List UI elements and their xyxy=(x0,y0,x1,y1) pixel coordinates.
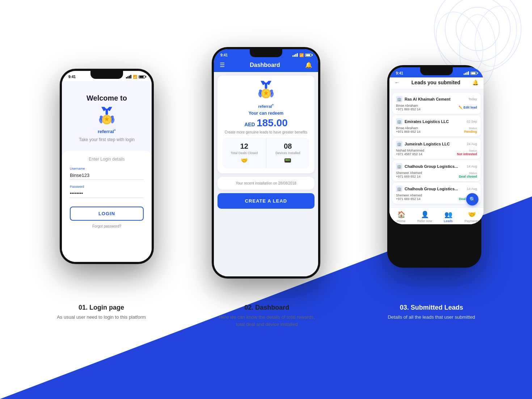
leads-list: 🏢 Ras Al Khaimah Cement Today Binse Abra… xyxy=(389,89,484,207)
leads-screen: ← Leads you submited 🔔 🏢 Ras Al Khaimah … xyxy=(389,77,484,224)
password-label: Password xyxy=(70,185,144,188)
leads-nav-home[interactable]: 🏠 Home xyxy=(389,211,413,223)
main-container: 9:41 📶 Welcome to xyxy=(0,0,532,399)
lead-status-1[interactable]: ✏️ Edit lead xyxy=(459,106,477,109)
dashboard-screen-inner: 9:41 📶 ☰ Dashboard xyxy=(214,49,318,276)
lead-company-1: 🏢 Ras Al Khaimah Cement xyxy=(396,96,451,102)
company-name-1: Ras Al Khaimah Cement xyxy=(405,97,451,101)
reward-card: referral+ Your can redeem AED 185.00 Cre… xyxy=(218,76,314,173)
lead-row2-1: Binse Abraham +971 869 652 14 ✏️ Edit le… xyxy=(396,104,477,111)
lead-date-3: 24 Aug xyxy=(467,142,477,146)
status-icons-left: 📶 xyxy=(126,75,145,79)
wifi-icon-center: 📶 xyxy=(299,53,304,57)
notch-center xyxy=(250,49,282,57)
lead-date-5: 14 Aug xyxy=(467,187,477,191)
redeem-amount: 185.00 xyxy=(257,117,288,128)
leads-nav-payments[interactable]: 🤝 Payments xyxy=(460,211,484,223)
leads-nav-payments-label: Payments xyxy=(464,219,479,223)
caption-right-title: 03. Submitted Leads xyxy=(388,304,475,311)
lead-row2-3: Nishad Mohammed +971 4587 652 14 Status … xyxy=(396,149,477,156)
lead-company-2: 🏢 Emirates Logistics LLC xyxy=(396,118,449,125)
create-lead-button[interactable]: CREATE A LEAD xyxy=(218,193,314,209)
notch-right xyxy=(420,67,453,75)
svg-rect-18 xyxy=(106,109,108,115)
leads-nav-leads[interactable]: 👥 Leads xyxy=(436,211,460,223)
lead-status-area-3: Status Not intrested xyxy=(457,149,477,156)
stat-devices: 08 Devices Installed 📟 xyxy=(266,138,310,168)
dashboard-medal xyxy=(257,81,275,101)
caption-center: 02. Dashboard Here we can know the detai… xyxy=(216,304,317,328)
company-icon-4: 🏢 xyxy=(396,163,402,170)
company-icon-2: 🏢 xyxy=(396,118,402,125)
logo-medal-left xyxy=(98,107,116,127)
lead-contact-1: Binse Abraham +971 869 652 14 xyxy=(396,104,421,111)
lead-date-2: 02 Sep xyxy=(466,120,477,123)
caption-left-desc: As usual user need to login to this plat… xyxy=(57,314,146,321)
lead-company-3: 🏢 Jumeirah Logistics LLC xyxy=(396,141,450,147)
password-input[interactable] xyxy=(70,189,144,198)
notification-bell[interactable]: 🔔 xyxy=(305,61,312,68)
captions-row: 01. Login page As usual user need to log… xyxy=(0,300,532,331)
login-form-area: Enter Login details Username Password LO… xyxy=(62,151,152,262)
company-icon-5: 🏢 xyxy=(396,186,402,192)
device-icon: 📟 xyxy=(269,157,308,164)
phones-row: 9:41 📶 Welcome to xyxy=(0,7,532,300)
dashboard-screen: referral+ Your can redeem AED 185.00 Cre… xyxy=(214,72,318,276)
lead-item-3: 🏢 Jumeirah Logistics LLC 24 Aug Nishad M… xyxy=(392,138,481,159)
status-time-left: 9:41 xyxy=(68,75,76,79)
caption-right-desc: Details of all the leads that user submi… xyxy=(388,314,475,321)
leads-bell-icon[interactable]: 🔔 xyxy=(472,80,478,85)
username-label: Username xyxy=(70,167,144,170)
battery-right xyxy=(470,72,477,75)
lead-date-4: 14 Aug xyxy=(467,165,477,168)
leads-leads-icon: 👥 xyxy=(444,211,452,218)
caption-center-desc: Here we can know the details of total re… xyxy=(216,314,317,328)
signal-left xyxy=(126,75,131,78)
company-icon-1: 🏢 xyxy=(396,96,402,102)
login-button[interactable]: LOGIN xyxy=(70,207,144,221)
install-note: Your recent installation on 28/08/2018 xyxy=(218,177,314,190)
lead-row1-2: 🏢 Emirates Logistics LLC 02 Sep xyxy=(396,118,477,125)
login-title: Welcome to xyxy=(79,94,135,102)
lead-row2-4: Shemeer Ahemed +971 669 652 14 Status De… xyxy=(396,171,477,178)
status-time-right: 9:41 xyxy=(396,71,403,75)
redeem-currency: AED xyxy=(244,122,255,127)
leads-screen-inner: 9:41 ← Leads y xyxy=(389,67,484,224)
lead-company-5: 🏢 Chalhoub Group Logistics... xyxy=(396,186,458,192)
phone-login: 9:41 📶 Welcome to xyxy=(60,69,154,264)
leads-nav-home-label: Home xyxy=(397,219,405,223)
stat-devices-label: Devices Installed xyxy=(269,151,308,155)
lead-item-4: 🏢 Chalhoub Group Logistics... 14 Aug She… xyxy=(392,160,481,181)
leads-home-icon: 🏠 xyxy=(397,211,405,218)
company-name-2: Emirates Logistics LLC xyxy=(405,119,449,124)
dashboard-header: ☰ Dashboard 🔔 xyxy=(214,59,318,72)
leads-nav-refer[interactable]: 👤 Refer now xyxy=(413,211,436,223)
password-field: Password xyxy=(70,185,144,198)
login-screen: Welcome to xyxy=(62,81,152,262)
company-name-4: Chalhoub Group Logistics... xyxy=(405,164,458,169)
lead-contact-4: Shemeer Ahemed +971 669 652 14 xyxy=(396,171,422,178)
redeem-desc: Create more genuine leads to have greate… xyxy=(223,130,309,134)
caption-center-title: 02. Dashboard xyxy=(216,304,317,311)
stats-row: 12 Total Deals Closed 🤝 08 Devices Insta… xyxy=(223,138,309,168)
phone-dashboard: 9:41 📶 ☰ Dashboard xyxy=(212,47,320,279)
wifi-icon-left: 📶 xyxy=(133,75,137,79)
caption-left: 01. Login page As usual user need to log… xyxy=(57,304,146,328)
form-section-label: Enter Login details xyxy=(70,157,144,162)
forgot-password-link[interactable]: Forgot password? xyxy=(70,224,144,228)
hamburger-menu[interactable]: ☰ xyxy=(220,61,225,68)
username-input[interactable] xyxy=(70,171,144,180)
leads-bottom-nav: 🏠 Home 👤 Refer now 👥 Leads 🤝 xyxy=(389,207,484,224)
lead-row2-5: Shemeer Ahemed +971 669 652 14 Status De… xyxy=(396,194,477,201)
search-fab[interactable]: 🔍 xyxy=(466,193,478,205)
signal-center xyxy=(292,53,298,57)
redeem-label: Your can redeem xyxy=(223,111,309,116)
dashboard-logo-text: referral+ xyxy=(223,103,309,109)
dashboard-title: Dashboard xyxy=(250,62,280,68)
signal-right xyxy=(464,71,469,75)
handshake-icon: 🤝 xyxy=(225,157,264,164)
leads-header: ← Leads you submited 🔔 xyxy=(389,77,484,89)
lead-row1-4: 🏢 Chalhoub Group Logistics... 14 Aug xyxy=(396,163,477,170)
lead-item-2: 🏢 Emirates Logistics LLC 02 Sep Binse Ab… xyxy=(392,115,481,136)
lead-status-2: Pending xyxy=(464,130,477,133)
